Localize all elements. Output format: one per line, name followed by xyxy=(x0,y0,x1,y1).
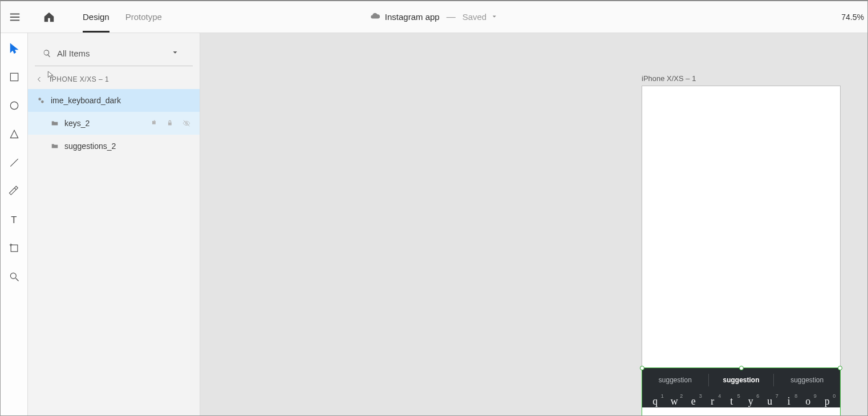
key-char: r xyxy=(711,395,714,407)
svg-point-13 xyxy=(41,100,44,103)
component-icon xyxy=(36,96,46,104)
key-char: w xyxy=(671,395,678,407)
layer-actions xyxy=(151,119,200,127)
folder-icon xyxy=(50,142,60,150)
key-hint: 0 xyxy=(833,393,835,399)
layers-panel: All Items IPHONE X/XS – 1 ime_keyboard_d… xyxy=(28,33,200,415)
breadcrumb-label: IPHONE X/XS – 1 xyxy=(50,75,109,83)
key-char: t xyxy=(730,395,733,407)
zoom-tool[interactable] xyxy=(7,269,22,284)
artboard-iphone[interactable] xyxy=(642,86,841,415)
cloud-icon xyxy=(370,11,380,23)
chevron-down-icon xyxy=(171,49,185,59)
svg-rect-7 xyxy=(11,245,18,252)
layers-filter[interactable]: All Items xyxy=(35,41,193,66)
polygon-tool[interactable] xyxy=(7,127,22,142)
key-char: y xyxy=(748,395,753,407)
layer-row-ime-keyboard-dark[interactable]: ime_keyboard_dark xyxy=(28,89,200,112)
artboard-tool[interactable] xyxy=(7,241,22,256)
chevron-down-icon xyxy=(491,13,498,22)
key-hint: 4 xyxy=(718,393,721,399)
chevron-left-icon xyxy=(36,76,43,83)
svg-text:T: T xyxy=(11,215,17,225)
svg-point-12 xyxy=(38,98,41,100)
svg-line-11 xyxy=(15,278,18,281)
folder-icon xyxy=(50,119,60,127)
separator-dash: — xyxy=(447,12,456,22)
tab-design[interactable]: Design xyxy=(75,1,117,33)
rectangle-tool[interactable] xyxy=(7,70,22,84)
key-hint: 1 xyxy=(661,393,664,399)
key-row-1: 1q 2w 3e 4r 5t 6y 7u 8i 9o 0p xyxy=(642,392,840,407)
key-hint: 2 xyxy=(680,393,683,399)
document-title: Instagram app xyxy=(385,12,440,22)
svg-point-10 xyxy=(10,273,16,278)
layer-row-suggestions-2[interactable]: suggestions_2 xyxy=(28,135,200,157)
suggestion-row: suggestion suggestion suggestion xyxy=(642,368,840,392)
suggestion-left: suggestion xyxy=(642,368,708,392)
key-hint: 9 xyxy=(814,393,817,399)
suggestion-middle: suggestion xyxy=(708,368,774,392)
visibility-icon[interactable] xyxy=(182,119,190,127)
tab-prototype[interactable]: Prototype xyxy=(117,1,170,33)
svg-point-4 xyxy=(10,102,18,109)
key-char: e xyxy=(691,395,696,407)
document-title-group[interactable]: Instagram app — Saved xyxy=(370,11,498,23)
zoom-level[interactable]: 74.5% xyxy=(841,13,864,22)
search-icon xyxy=(43,49,51,58)
ellipse-tool[interactable] xyxy=(7,98,22,113)
layer-row-keys-2[interactable]: keys_2 xyxy=(28,112,200,135)
hamburger-menu-button[interactable] xyxy=(1,1,29,33)
pen-tool[interactable] xyxy=(7,184,22,199)
tool-rail: T xyxy=(1,33,28,415)
layer-name: keys_2 xyxy=(64,119,151,128)
key-hint: 6 xyxy=(756,393,759,399)
app-window: Design Prototype Instagram app — Saved 7… xyxy=(0,0,868,416)
key-hint: 7 xyxy=(776,393,778,399)
layer-name: suggestions_2 xyxy=(64,142,200,151)
key-char: i xyxy=(788,395,790,407)
keyboard-component[interactable]: suggestion suggestion suggestion 1q 2w 3… xyxy=(642,368,840,407)
svg-rect-3 xyxy=(10,73,18,80)
top-bar: Design Prototype Instagram app — Saved 7… xyxy=(1,1,867,33)
key-hint: 3 xyxy=(699,393,702,399)
text-tool[interactable]: T xyxy=(7,212,22,227)
mode-tabs: Design Prototype xyxy=(75,1,170,33)
key-hint: 8 xyxy=(794,393,797,399)
line-tool[interactable] xyxy=(7,155,22,170)
suggestion-right: suggestion xyxy=(774,368,840,392)
artboard-label[interactable]: iPhone X/XS – 1 xyxy=(642,74,696,83)
key-char: p xyxy=(825,395,830,407)
save-status: Saved xyxy=(463,12,487,22)
key-char: u xyxy=(767,395,772,407)
layers-filter-label: All Items xyxy=(57,49,171,58)
export-icon[interactable] xyxy=(151,119,159,127)
layer-name: ime_keyboard_dark xyxy=(51,96,200,105)
key-char: q xyxy=(652,395,658,407)
main-area: T All Items IPHONE X/XS – 1 ime_keyboard… xyxy=(1,33,867,415)
key-hint: 5 xyxy=(737,393,740,399)
lock-icon[interactable] xyxy=(167,119,175,127)
svg-line-5 xyxy=(10,159,18,166)
canvas[interactable]: iPhone X/XS – 1 suggestion suggestion su… xyxy=(200,33,867,415)
select-tool[interactable] xyxy=(7,41,22,56)
cursor-icon xyxy=(47,70,55,82)
key-char: o xyxy=(805,395,810,407)
home-button[interactable] xyxy=(35,1,63,33)
